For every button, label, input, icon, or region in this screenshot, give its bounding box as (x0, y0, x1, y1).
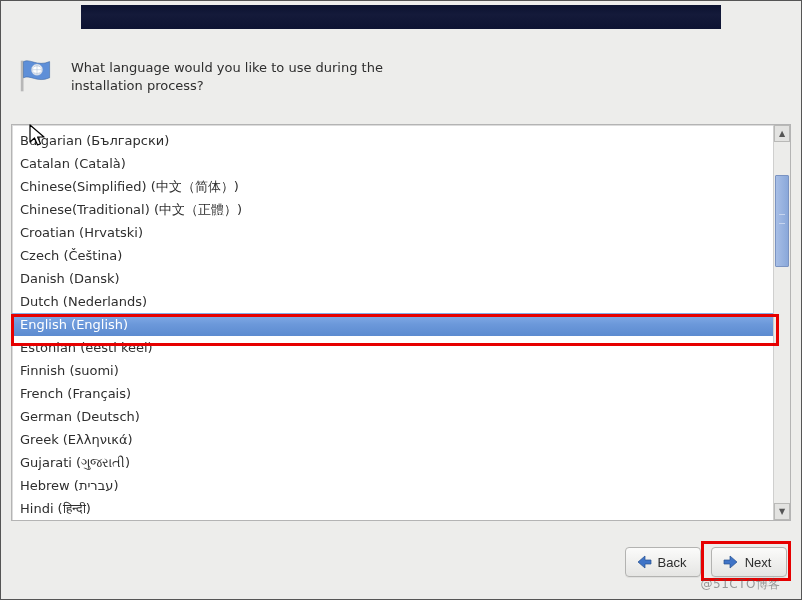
prompt-line1: What language would you like to use duri… (71, 60, 383, 75)
list-item[interactable]: Estonian (eesti keel) (12, 336, 773, 359)
svg-rect-0 (21, 61, 24, 92)
prompt-line2: installation process? (71, 78, 204, 93)
list-item[interactable]: Hindi (हिन्दी) (12, 497, 773, 520)
list-item[interactable]: Catalan (Català) (12, 152, 773, 175)
list-item[interactable]: Finnish (suomi) (12, 359, 773, 382)
arrow-left-icon (636, 555, 652, 569)
watermark-text: @51CTO博客 (701, 576, 781, 593)
list-item[interactable]: Chinese(Simplified) (中文（简体）) (12, 175, 773, 198)
list-item[interactable]: German (Deutsch) (12, 405, 773, 428)
language-list-body: Bulgarian (Български)Catalan (Català)Chi… (12, 125, 773, 520)
scroll-up-button[interactable]: ▲ (774, 125, 790, 142)
list-item[interactable]: Gujarati (ગુજરાતી) (12, 451, 773, 474)
list-item[interactable]: Chinese(Traditional) (中文（正體）) (12, 198, 773, 221)
list-item[interactable]: Czech (Čeština) (12, 244, 773, 267)
list-item[interactable]: Danish (Dansk) (12, 267, 773, 290)
scrollbar[interactable]: ▲ ▼ (773, 125, 790, 520)
prompt-text: What language would you like to use duri… (71, 56, 383, 95)
language-flag-icon (19, 58, 55, 94)
back-button-label: Back (658, 555, 687, 570)
scroll-down-button[interactable]: ▼ (774, 503, 790, 520)
button-bar: Back Next (625, 547, 787, 577)
list-item[interactable]: Greek (Ελληνικά) (12, 428, 773, 451)
list-item[interactable]: Croatian (Hrvatski) (12, 221, 773, 244)
next-button[interactable]: Next (711, 547, 787, 577)
language-listbox[interactable]: Bulgarian (Български)Catalan (Català)Chi… (11, 124, 791, 521)
installer-window: What language would you like to use duri… (0, 0, 802, 600)
scroll-thumb[interactable] (775, 175, 789, 267)
list-item[interactable]: English (English) (12, 313, 773, 336)
prompt-row: What language would you like to use duri… (19, 56, 783, 106)
list-item[interactable]: Hebrew (עברית) (12, 474, 773, 497)
list-item[interactable]: Bulgarian (Български) (12, 129, 773, 152)
list-item[interactable]: Dutch (Nederlands) (12, 290, 773, 313)
arrow-right-icon (723, 555, 739, 569)
list-item[interactable]: French (Français) (12, 382, 773, 405)
next-button-label: Next (745, 555, 772, 570)
back-button[interactable]: Back (625, 547, 701, 577)
header-banner (81, 5, 721, 29)
